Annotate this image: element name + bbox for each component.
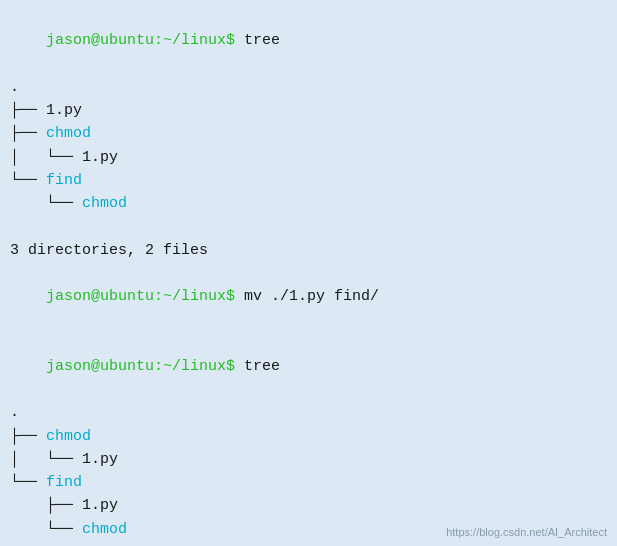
cmd-mv: mv ./1.py find/ [235, 288, 379, 305]
tree2-line-chmod: ├── chmod [10, 425, 607, 448]
cmd-2: tree [235, 358, 280, 375]
tree2-line-dot: . [10, 401, 607, 424]
cmd-1: tree [235, 32, 280, 49]
blank-2 [10, 541, 607, 546]
cmd-line-1: jason@ubuntu:~/linux$ tree [10, 6, 607, 76]
prompt-1: jason@ubuntu:~/linux$ [46, 32, 235, 49]
prompt-2: jason@ubuntu:~/linux$ [46, 358, 235, 375]
tree-line-dot1: . [10, 76, 607, 99]
tree-line-chmod1: ├── chmod [10, 122, 607, 145]
tree-line-chmod-1py: │ └── 1.py [10, 146, 607, 169]
terminal-window: jason@ubuntu:~/linux$ tree . ├── 1.py ├─… [0, 0, 617, 546]
tree-line-find-chmod: └── chmod [10, 192, 607, 215]
watermark: https://blog.csdn.net/AI_Architect [446, 526, 607, 538]
tree2-line-find: └── find [10, 471, 607, 494]
summary-1: 3 directories, 2 files [10, 239, 607, 262]
tree2-line-find-1py: ├── 1.py [10, 494, 607, 517]
prompt-mv: jason@ubuntu:~/linux$ [46, 288, 235, 305]
blank-1 [10, 215, 607, 238]
cmd-line-mv: jason@ubuntu:~/linux$ mv ./1.py find/ [10, 262, 607, 332]
tree-line-1py: ├── 1.py [10, 99, 607, 122]
tree-line-find1: └── find [10, 169, 607, 192]
tree2-line-chmod-1py: │ └── 1.py [10, 448, 607, 471]
cmd-line-2: jason@ubuntu:~/linux$ tree [10, 332, 607, 402]
